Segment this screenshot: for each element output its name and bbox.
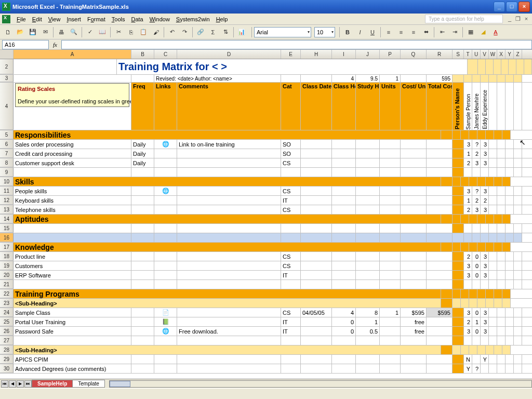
cell-E[interactable]: Cat bbox=[281, 83, 301, 130]
cell-H[interactable] bbox=[301, 168, 332, 177]
cell-V[interactable]: 3 bbox=[481, 317, 489, 326]
cell-S[interactable] bbox=[453, 317, 464, 326]
cell-X[interactable] bbox=[497, 83, 506, 130]
cell-A[interactable]: Sales order processing bbox=[14, 140, 131, 149]
h-scrollbar[interactable] bbox=[109, 380, 532, 388]
cell-S[interactable] bbox=[441, 130, 453, 139]
row-24[interactable]: 24 bbox=[0, 308, 14, 317]
cell-V[interactable] bbox=[481, 280, 489, 289]
cell-V[interactable] bbox=[469, 299, 477, 308]
cell-V[interactable] bbox=[481, 364, 489, 373]
cell-V[interactable]: 3 bbox=[481, 140, 489, 149]
cell-Z[interactable] bbox=[514, 308, 522, 317]
cell-W[interactable] bbox=[489, 168, 497, 177]
cell-X[interactable] bbox=[497, 327, 506, 336]
cell-H[interactable] bbox=[301, 75, 332, 82]
align-center-icon[interactable]: ≡ bbox=[395, 26, 407, 38]
cell-I[interactable] bbox=[332, 224, 356, 233]
format-painter-icon[interactable]: 🖌 bbox=[150, 26, 162, 38]
cell-D[interactable] bbox=[177, 317, 281, 326]
col-Z[interactable]: Z bbox=[514, 50, 522, 59]
cell-X[interactable] bbox=[497, 158, 506, 167]
cell-A[interactable]: People skills bbox=[14, 187, 131, 195]
cell-I[interactable] bbox=[332, 149, 356, 158]
cell-B[interactable] bbox=[131, 205, 154, 214]
cell-T[interactable] bbox=[464, 75, 472, 82]
underline-icon[interactable]: U bbox=[367, 26, 378, 38]
cell-T[interactable] bbox=[464, 168, 472, 177]
cell-X[interactable] bbox=[497, 364, 506, 373]
cell-Q[interactable] bbox=[401, 140, 427, 149]
row-7[interactable]: 7 bbox=[0, 149, 14, 158]
cell-C[interactable] bbox=[154, 158, 177, 167]
cell-I[interactable]: Class Hours bbox=[332, 83, 356, 130]
cell-W[interactable] bbox=[477, 243, 486, 251]
cell-X[interactable] bbox=[497, 75, 506, 82]
cell-D[interactable] bbox=[177, 261, 281, 270]
row-6[interactable]: 6 bbox=[0, 140, 14, 149]
cell-H[interactable] bbox=[301, 364, 332, 373]
cell-Y[interactable] bbox=[506, 196, 514, 205]
align-right-icon[interactable]: ≡ bbox=[408, 26, 419, 38]
cell-J[interactable] bbox=[356, 271, 380, 280]
cell-Z[interactable] bbox=[502, 130, 511, 139]
cell-J[interactable] bbox=[356, 158, 380, 167]
cell-X[interactable] bbox=[497, 261, 506, 270]
cell-Y[interactable] bbox=[506, 233, 514, 242]
col-Q[interactable]: Q bbox=[401, 50, 427, 59]
cell-B[interactable]: Daily bbox=[131, 149, 154, 158]
cell-J[interactable]: 0.5 bbox=[356, 327, 380, 336]
cell-Q[interactable]: free bbox=[401, 317, 427, 326]
cell-P[interactable]: 1 bbox=[380, 75, 401, 82]
cell-A[interactable]: Advanced Degrees (use comments) bbox=[14, 364, 131, 373]
cell-D[interactable] bbox=[177, 168, 281, 177]
cell-P[interactable]: Units bbox=[380, 83, 401, 130]
section-Knowledge[interactable]: Knowledge bbox=[14, 243, 441, 251]
tab-template[interactable]: Template bbox=[72, 380, 105, 388]
doc-restore[interactable]: ❐ bbox=[514, 16, 522, 23]
cell-V[interactable]: 2 bbox=[481, 196, 489, 205]
cell-J[interactable]: 9.5 bbox=[356, 75, 380, 82]
cell-Y[interactable] bbox=[506, 158, 514, 167]
cell-C[interactable]: Links bbox=[154, 83, 177, 130]
cell-D[interactable] bbox=[177, 205, 281, 214]
cell-Y[interactable] bbox=[506, 187, 514, 195]
cell-H[interactable] bbox=[301, 252, 332, 261]
cell-I[interactable] bbox=[332, 168, 356, 177]
cell-P[interactable] bbox=[380, 355, 401, 364]
cell-Z[interactable] bbox=[514, 158, 522, 167]
cell-V[interactable] bbox=[481, 233, 489, 242]
cell-S[interactable] bbox=[453, 224, 464, 233]
cell-B[interactable]: Daily bbox=[131, 140, 154, 149]
cell-S[interactable] bbox=[441, 299, 453, 308]
cell-B[interactable] bbox=[131, 233, 154, 242]
cell-H[interactable] bbox=[301, 149, 332, 158]
cell-Y[interactable] bbox=[506, 364, 514, 373]
cell-J[interactable]: Study Hours bbox=[356, 83, 380, 130]
cell-Z[interactable] bbox=[514, 75, 522, 82]
cell-I[interactable] bbox=[332, 187, 356, 195]
cell-Z[interactable] bbox=[502, 299, 511, 308]
cell-Q[interactable] bbox=[401, 252, 427, 261]
cell-Q[interactable]: free bbox=[401, 327, 427, 336]
subheading[interactable]: <Sub-Heading> bbox=[14, 299, 441, 308]
cell-W[interactable] bbox=[489, 271, 497, 280]
cell-X[interactable] bbox=[486, 289, 494, 298]
cell-V[interactable] bbox=[481, 75, 489, 82]
cell-J[interactable] bbox=[356, 336, 380, 345]
cell-J[interactable]: 8 bbox=[356, 308, 380, 317]
cell-Q[interactable] bbox=[401, 158, 427, 167]
cell-R[interactable] bbox=[427, 187, 453, 195]
row-17[interactable]: 17 bbox=[0, 243, 14, 251]
cell-S[interactable] bbox=[453, 336, 464, 345]
menu-help[interactable]: Help bbox=[213, 15, 231, 23]
cell-A[interactable]: Rating ScalesDefine your user-defined ra… bbox=[14, 83, 131, 130]
cell-U[interactable] bbox=[472, 168, 481, 177]
cell-Z[interactable] bbox=[514, 280, 522, 289]
cell-A[interactable]: Customers bbox=[14, 261, 131, 270]
cell-I[interactable] bbox=[332, 271, 356, 280]
cell-Q[interactable] bbox=[401, 149, 427, 158]
cell-V[interactable]: 3 bbox=[481, 149, 489, 158]
cell-V[interactable]: 3 bbox=[481, 187, 489, 195]
cell-E[interactable]: CS bbox=[281, 158, 301, 167]
